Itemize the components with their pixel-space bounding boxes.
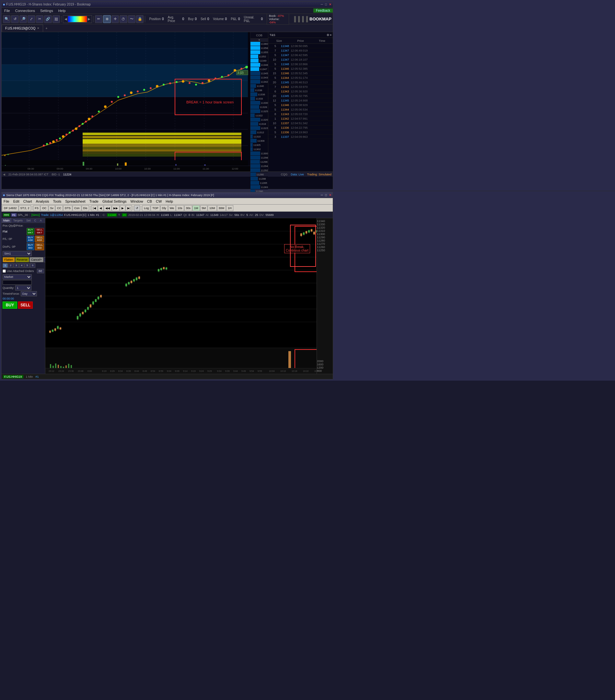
con-btn[interactable]: Con — [73, 205, 81, 211]
sierra-menu-file[interactable]: File — [2, 198, 11, 204]
zoom-out-btn[interactable]: 🔎 — [20, 15, 27, 23]
tf-dly[interactable]: Dly — [161, 205, 168, 211]
sim-select[interactable]: Sim1 — [3, 251, 32, 256]
panel-tab-a[interactable]: A — [38, 218, 44, 223]
panel-tab-set[interactable]: Set — [25, 218, 33, 223]
share-btn[interactable]: ⤤ — [27, 15, 35, 23]
attach-orders-checkbox[interactable] — [3, 270, 6, 273]
tf-1m[interactable]: 1M — [192, 205, 200, 211]
menu-connections[interactable]: Connections — [13, 8, 38, 14]
tf-we[interactable]: We — [168, 205, 176, 211]
tab-add-btn[interactable]: + — [43, 25, 50, 32]
num-4-btn[interactable]: 4 — [19, 263, 24, 268]
feedback-btn[interactable]: Feedback — [313, 9, 333, 13]
menu-help[interactable]: Help — [56, 8, 68, 14]
nav-start[interactable]: |◀ — [91, 205, 98, 211]
num-2-btn[interactable]: 2 — [8, 263, 13, 268]
nav-prev[interactable]: ◀ — [98, 205, 103, 211]
zoom-in-btn[interactable]: 🔍 — [3, 15, 10, 23]
be-btn[interactable]: BE — [37, 269, 44, 273]
qty-select[interactable]: 1 — [15, 285, 31, 290]
tf-5m[interactable]: 5M — [200, 205, 208, 211]
scissors-btn[interactable]: ✂ — [36, 15, 43, 23]
crosshair-btn[interactable]: ⊕ — [103, 15, 111, 23]
sell-bid-btn[interactable]: SELL BID — [35, 243, 44, 250]
cancel-btn[interactable]: Cancel+ — [29, 257, 43, 262]
sierra-menu-analysis[interactable]: Analysis — [34, 198, 51, 204]
big-buy-btn[interactable]: BUY — [3, 301, 17, 309]
sell-mkt-btn[interactable]: SELL MKT — [35, 228, 44, 235]
minimize-btn[interactable]: ─ — [321, 3, 323, 6]
order-type-select[interactable]: Market — [3, 274, 32, 279]
nav-arrow-left[interactable]: ◀ — [64, 17, 67, 21]
nav-fwd[interactable]: ▶▶ — [112, 205, 119, 211]
plus-btn[interactable]: ✛ — [112, 15, 119, 23]
reload-btn[interactable]: ↺ — [134, 205, 140, 211]
link2-btn[interactable]: ⛓ — [52, 15, 60, 23]
sierra-close[interactable]: ✕ — [329, 193, 332, 197]
buy-ask-btn[interactable]: BUY ASK — [27, 236, 34, 243]
fs-btn[interactable]: FS — [34, 205, 40, 211]
buy-mkt-btn[interactable]: BUY MKT — [27, 228, 35, 235]
tf-30m[interactable]: 30M — [217, 205, 226, 211]
sierra-menu-global[interactable]: Global Settings — [101, 198, 129, 204]
dis-btn[interactable]: Dis — [82, 205, 89, 211]
reverse-btn[interactable]: Reverse — [15, 257, 29, 262]
sierra-menu-trade[interactable]: Trade — [88, 198, 101, 204]
sierra-menu-edit[interactable]: Edit — [11, 198, 21, 204]
clock-btn[interactable]: ⏱ — [119, 15, 127, 23]
buy-bid-btn[interactable]: BUY BID — [27, 243, 34, 250]
sierra-menu-cw[interactable]: CW — [154, 198, 164, 204]
ts-settings-icon[interactable]: ⚙ — [326, 34, 329, 37]
flatten-btn[interactable]: Flatten — [3, 257, 15, 262]
sell-ask-btn[interactable]: SELL ASK — [35, 236, 44, 243]
tf-10m[interactable]: 10M — [208, 205, 217, 211]
log-btn[interactable]: Log — [142, 205, 150, 211]
num-6-btn[interactable]: 6 — [30, 263, 35, 268]
price-input[interactable] — [3, 280, 32, 285]
nav-arrow-right[interactable]: ▶ — [88, 17, 90, 21]
sierra-chart-area[interactable]: No Break, Continous chart — [46, 218, 317, 374]
nav-end[interactable]: ▶| — [126, 205, 132, 211]
sierra-menu-spreadsheet[interactable]: Spreadsheet — [63, 198, 87, 204]
num-3-btn[interactable]: 3 — [14, 263, 19, 268]
sierra-menu-tools[interactable]: Tools — [51, 198, 64, 204]
sierra-menu-help[interactable]: Help — [164, 198, 175, 204]
tf-1h[interactable]: 1H — [226, 205, 233, 211]
close-btn[interactable]: ✕ — [329, 3, 332, 6]
sv-btn[interactable]: Sv — [49, 205, 55, 211]
status-nav-left[interactable]: ◀ — [3, 173, 5, 176]
tf-10s[interactable]: 10s — [176, 205, 184, 211]
maximize-btn[interactable]: □ — [325, 3, 327, 6]
oc-btn[interactable]: OC — [40, 205, 48, 211]
chart-canvas[interactable]: BREAK = 1 hour blank screen 2.(2) — [2, 32, 250, 172]
nav-back[interactable]: ◀◀ — [104, 205, 112, 211]
lock-btn[interactable]: 🔒 — [136, 15, 143, 23]
menu-settings[interactable]: Settings — [38, 8, 56, 14]
tif-select[interactable]: Day — [21, 291, 37, 296]
sierra-menu-chart[interactable]: Chart — [21, 198, 34, 204]
top-btn[interactable]: TOP — [151, 205, 160, 211]
panel-tab-c[interactable]: C — [33, 218, 39, 223]
sierra-menu-window[interactable]: Window — [129, 198, 145, 204]
zoom-reset-btn[interactable]: ↺ — [11, 15, 18, 23]
ts-filter-icon[interactable]: ≡ — [330, 34, 332, 37]
cc-btn[interactable]: CC — [55, 205, 63, 211]
num-5-btn[interactable]: 5 — [25, 263, 30, 268]
sierra-maximize[interactable]: □ — [325, 193, 327, 197]
link-btn[interactable]: 🔗 — [44, 15, 52, 23]
tab-main[interactable]: F.US.HHIG19@COQ ✕ — [2, 25, 43, 32]
tab-close-icon[interactable]: ✕ — [37, 27, 40, 30]
num-1-btn[interactable]: 1 — [3, 263, 8, 268]
sierra-minimize[interactable]: ─ — [321, 193, 323, 197]
dts-btn[interactable]: DTS — [63, 205, 72, 211]
panel-tab-main[interactable]: Main — [2, 218, 12, 223]
wave-btn[interactable]: 〜 — [128, 15, 136, 23]
pen-btn[interactable]: ✏ — [95, 15, 102, 23]
sierra-menu-cb[interactable]: CB — [145, 198, 154, 204]
cob-scroll[interactable]: ▼ — [251, 39, 268, 42]
big-sell-btn[interactable]: SELL — [18, 301, 33, 309]
panel-tab-targets[interactable]: Targets — [12, 218, 25, 223]
tf-30s[interactable]: 30s — [184, 205, 192, 211]
menu-file[interactable]: File — [2, 8, 13, 14]
